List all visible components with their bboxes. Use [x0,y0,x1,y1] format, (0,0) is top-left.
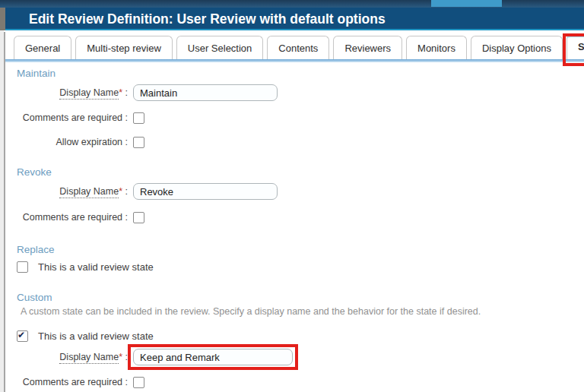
custom-valid-state-checkbox[interactable] [17,330,28,342]
top-page-strip-tab [431,0,502,7]
section-heading-revoke: Revoke [17,166,584,179]
tab-reviewers[interactable]: Reviewers [333,36,402,59]
maintain-allow-expiration-row: Allow expiration : [17,136,584,148]
tab-states[interactable]: States [567,34,584,59]
replace-valid-state-row: This is a valid review state [17,261,584,273]
maintain-allow-expiration-checkbox[interactable] [133,137,144,148]
custom-comments-row: Comments are required : [17,376,584,388]
tab-display-options[interactable]: Display Options [471,36,563,59]
section-heading-maintain: Maintain [17,68,584,80]
replace-valid-state-label: This is a valid review state [38,261,154,273]
maintain-display-name-row: Display Name* : [17,84,584,102]
replace-valid-state-checkbox[interactable] [17,261,28,273]
tab-states-label: States [578,41,584,52]
revoke-display-name-row: Display Name* : [17,182,584,201]
custom-comments-checkbox[interactable] [133,377,144,388]
custom-section-description: A custom state can be included in the re… [21,306,584,318]
maintain-display-name-input[interactable] [133,84,278,101]
tab-general[interactable]: General [14,36,71,59]
maintain-allow-expiration-label: Allow expiration : [17,137,128,147]
custom-valid-state-row: This is a valid review state [17,330,584,342]
custom-display-name-row: Display Name* : [17,348,584,366]
maintain-comments-checkbox[interactable] [133,112,144,124]
tab-user-selection[interactable]: User Selection [176,36,264,59]
section-heading-replace: Replace [17,244,584,256]
tab-contents[interactable]: Contents [267,36,329,59]
custom-display-name-label: Display Name* : [17,352,128,362]
page-left-edge-header [0,8,5,30]
tab-monitors[interactable]: Monitors [406,36,467,59]
states-tab-panel: Maintain Display Name* : Comments are re… [5,62,584,392]
revoke-comments-row: Comments are required : [17,211,584,223]
maintain-comments-label: Comments are required : [17,112,128,123]
custom-comments-label: Comments are required : [17,377,128,387]
revoke-display-name-label: Display Name* : [17,186,128,197]
custom-valid-state-label: This is a valid review state [38,330,154,342]
revoke-comments-label: Comments are required : [17,212,128,223]
maintain-comments-row: Comments are required : [17,112,584,124]
tab-multi-step-review[interactable]: Multi-step review [75,36,173,59]
revoke-comments-checkbox[interactable] [133,212,144,223]
tab-bar: General Multi-step review User Selection… [5,35,584,59]
custom-display-name-input[interactable] [133,349,293,365]
maintain-display-name-label: Display Name* : [17,87,128,98]
section-heading-custom: Custom [17,292,584,304]
page-title: Edit Review Definition: User Review with… [5,8,584,30]
revoke-display-name-input[interactable] [133,183,278,200]
